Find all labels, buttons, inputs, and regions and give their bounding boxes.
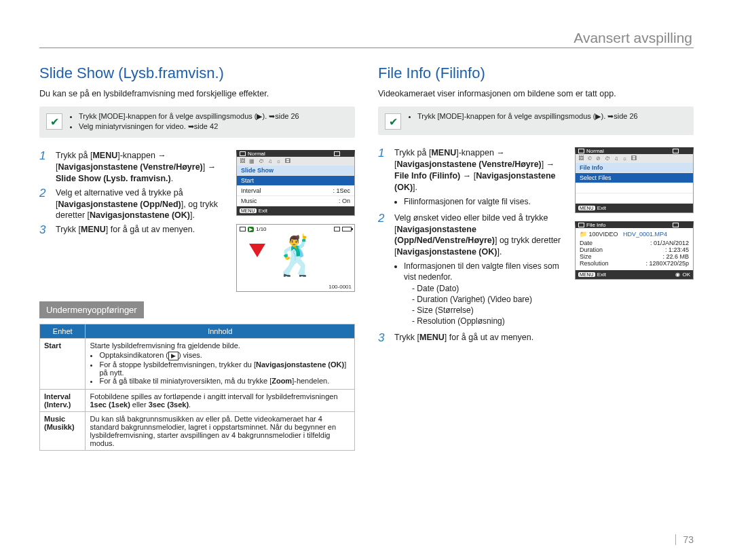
- lcd-list-header: File Info: [576, 163, 693, 173]
- table-header-unit: Enhet: [40, 324, 86, 339]
- lcd-list-item: Music: On: [237, 196, 354, 206]
- lcd-slideshow-menu: Normal 🖼▦⏱♫☼🎞 Slide Show Start Interval:…: [236, 150, 355, 216]
- step-number: 3: [39, 224, 49, 237]
- chapter-title: Avansert avspilling: [569, 30, 694, 48]
- step-body: Trykk på [MENU]-knappen → [Navigasjonsta…: [394, 147, 568, 210]
- lcd-mockups-right: Normal 🖼©⊘⏱♫☼🎞 File Info Select Files ME…: [575, 147, 694, 288]
- step-number: 1: [378, 147, 388, 210]
- note-item: Velg miniatyrvisningen for video. ➥side …: [79, 122, 299, 131]
- folder-icon: 📁: [580, 231, 587, 238]
- sd-icon: [673, 149, 679, 153]
- sd-icon: [334, 151, 340, 156]
- chapter-header-line: Avansert avspilling: [39, 48, 694, 48]
- step-number: 1: [39, 150, 49, 185]
- menu-button-label: MENU: [240, 208, 257, 213]
- lcd-list-header: Slide Show: [237, 166, 354, 176]
- submenu-heading: Undermenyoppføringer: [39, 301, 144, 318]
- battery-icon: [342, 151, 352, 156]
- lcd-mockups-left: Normal 🖼▦⏱♫☼🎞 Slide Show Start Interval:…: [236, 150, 355, 292]
- lcd-kv-row: Resolution: 1280X720/25p: [580, 260, 689, 269]
- battery-icon: [681, 149, 690, 153]
- menu-button-label: MENU: [578, 206, 595, 210]
- submenu-table: Enhet Innhold Start Starte lysbildefremv…: [39, 324, 355, 451]
- check-icon: ✔: [46, 113, 62, 130]
- lcd-icon-row: 🖼▦⏱♫☼🎞: [237, 157, 354, 166]
- fileinfo-note: ✔ Trykk [MODE]-knappen for å velge avspi…: [378, 107, 694, 135]
- step-2: 2 Velg et alternative ved å trykke på [N…: [39, 187, 229, 222]
- step-number: 3: [378, 332, 388, 345]
- red-cursor-icon: [249, 244, 265, 257]
- step-3: 3 Trykk [MENU] for å gå ut av menyen.: [39, 224, 229, 237]
- table-header-content: Innhold: [86, 324, 355, 339]
- menu-button-label: MENU: [578, 272, 595, 277]
- battery-icon: [342, 227, 352, 231]
- lcd-filecode: 100-0001: [328, 284, 352, 290]
- card-icon: [240, 151, 246, 156]
- lcd-fileinfo-menu: Normal 🖼©⊘⏱♫☼🎞 File Info Select Files ME…: [575, 147, 694, 213]
- step-1: 1 Trykk på [MENU]-knappen → [Navigasjons…: [39, 150, 229, 185]
- lcd-fileinfo-detail: File Info 📁 100VIDEO HDV_0001.MP4 Date: …: [575, 221, 694, 280]
- step-body: Trykk på [MENU]-knappen → [Navigasjonsta…: [56, 150, 229, 185]
- lcd-slideshow-preview: ▶1/10 🕺 100-0001: [236, 224, 355, 292]
- step-1: 1 Trykk på [MENU]-knappen → [Navigasjons…: [378, 147, 568, 210]
- step-body: Velg et alternative ved å trykke på [Nav…: [56, 187, 229, 222]
- lcd-icon-row: 🖼©⊘⏱♫☼🎞: [576, 154, 693, 163]
- play-indicator-icon: ▶: [168, 352, 178, 360]
- step-3: 3 Trykk [MENU] for å gå ut av menyen.: [378, 332, 568, 345]
- slideshow-section-title: Slide Show (Lysb.framvisn.): [39, 64, 355, 82]
- sd-icon: [673, 223, 679, 227]
- table-row: Start Starte lysbildefremvisning fra gje…: [40, 339, 355, 390]
- lcd-list-item: Interval: 1Sec: [237, 186, 354, 196]
- fileinfo-section-title: File Info (Filinfo): [378, 64, 694, 82]
- card-icon: [240, 227, 246, 231]
- card-icon: [578, 149, 584, 153]
- lcd-kv-row: Duration: 1:23:45: [580, 246, 689, 253]
- battery-icon: [681, 223, 690, 227]
- step-number: 2: [39, 187, 49, 222]
- step-2: 2 Velg ønsket video eller bilde ved å tr…: [378, 212, 568, 330]
- table-row: Interval (Interv.) Fotobildene spilles a…: [40, 390, 355, 412]
- slideshow-note: ✔ Trykk [MODE]-knappen for å velge avspi…: [39, 107, 355, 138]
- right-column: File Info (Filinfo) Videokameraet viser …: [378, 64, 694, 451]
- step-body: Trykk [MENU] for å gå ut av menyen.: [56, 224, 229, 237]
- lcd-list-selected: Start: [237, 176, 354, 186]
- dancer-silhouette-icon: 🕺: [272, 234, 320, 278]
- note-item: Trykk [MODE]-knappen for å velge avspill…: [417, 112, 638, 121]
- step-body: Trykk [MENU] for å gå ut av menyen.: [394, 332, 568, 345]
- step-body: Velg ønsket video eller bilde ved å tryk…: [394, 212, 568, 330]
- fileinfo-intro: Videokameraet viser informasjonen om bil…: [378, 89, 694, 98]
- left-column: Slide Show (Lysb.framvisn.) Du kan se på…: [39, 64, 355, 451]
- sd-icon: [334, 227, 340, 231]
- lcd-kv-row: Date: 01/JAN/2012: [580, 240, 689, 246]
- play-badge-icon: ▶: [248, 227, 254, 232]
- lcd-list-selected: Select Files: [576, 173, 693, 183]
- slideshow-intro: Du kan se på en lysbildeframvisning med …: [39, 89, 355, 98]
- step-number: 2: [378, 212, 388, 330]
- lcd-kv-row: Size: 22.6 MB: [580, 253, 689, 260]
- card-icon: [578, 223, 584, 227]
- table-row: Music (Musikk) Du kan slå bakgrunnsmusik…: [40, 412, 355, 451]
- note-item: Trykk [MODE]-knappen for å velge avspill…: [79, 112, 299, 121]
- check-icon: ✔: [385, 113, 401, 130]
- page-number: 73: [675, 534, 694, 545]
